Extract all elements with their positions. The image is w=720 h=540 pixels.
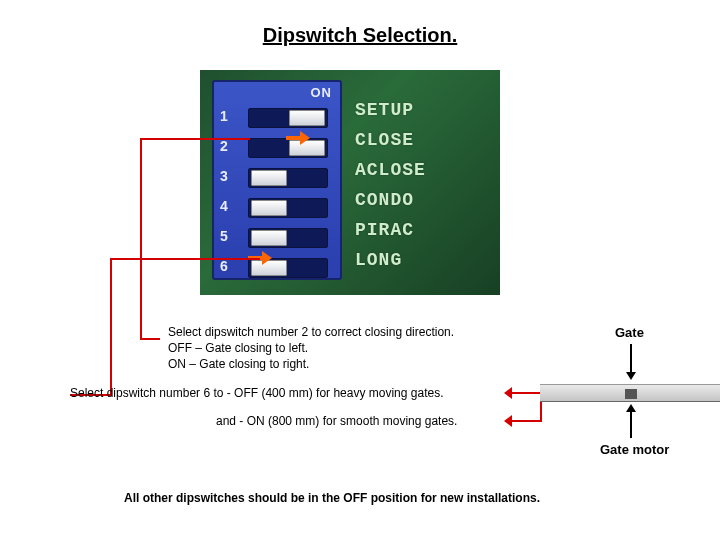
pcb-label-pirac: PIRAC	[355, 220, 414, 240]
desc-switch2-line1: Select dipswitch number 2 to correct clo…	[168, 324, 548, 340]
dip-number-3: 3	[220, 168, 228, 184]
footer-note: All other dipswitches should be in the O…	[124, 490, 644, 506]
arrowhead-icon	[504, 387, 512, 399]
dip-number-4: 4	[220, 198, 228, 214]
gate-motor-block	[625, 389, 637, 399]
callout-line	[140, 138, 250, 140]
callout-line	[110, 258, 260, 260]
pcb-label-long: LONG	[355, 250, 402, 270]
callout-line	[110, 258, 112, 394]
arrowhead-up-icon	[626, 404, 636, 412]
dip-slider-5	[251, 230, 287, 246]
dipswitch-block: ON 1 2 3 4 5 6	[212, 80, 342, 280]
callout-line	[140, 138, 142, 338]
page-title: Dipswitch Selection.	[0, 24, 720, 47]
dip-slider-1	[289, 110, 325, 126]
dip-on-label: ON	[311, 85, 333, 100]
arrowhead-icon	[504, 415, 512, 427]
dip-slider-3	[251, 170, 287, 186]
pcb-label-condo: CONDO	[355, 190, 414, 210]
dip-slot-5	[248, 228, 328, 248]
callout-line	[510, 420, 542, 422]
gate-label: Gate	[615, 325, 644, 340]
gate-motor-label: Gate motor	[600, 442, 669, 457]
dip-number-5: 5	[220, 228, 228, 244]
dip-number-2: 2	[220, 138, 228, 154]
dip-slot-1	[248, 108, 328, 128]
desc-switch2-line3: ON – Gate closing to right.	[168, 356, 548, 372]
desc-switch2: Select dipswitch number 2 to correct clo…	[168, 324, 548, 373]
pcb-label-close: CLOSE	[355, 130, 414, 150]
arrow-icon	[286, 131, 310, 145]
pcb-image: ON 1 2 3 4 5 6 SETUP CLOSE ACLOSE CONDO …	[200, 70, 500, 295]
pcb-label-setup: SETUP	[355, 100, 414, 120]
pcb-label-aclose: ACLOSE	[355, 160, 426, 180]
dip-slider-4	[251, 200, 287, 216]
desc-switch6-line2: and - ON (800 mm) for smooth moving gate…	[216, 413, 536, 429]
arrowhead-down-icon	[626, 372, 636, 380]
callout-line	[510, 392, 542, 394]
gate-arrow-line	[630, 344, 632, 372]
desc-switch2-line2: OFF – Gate closing to left.	[168, 340, 548, 356]
dip-number-1: 1	[220, 108, 228, 124]
callout-line	[140, 338, 160, 340]
gate-motor-arrow-line	[630, 410, 632, 438]
dip-slot-3	[248, 168, 328, 188]
dip-number-6: 6	[220, 258, 228, 274]
dip-slot-4	[248, 198, 328, 218]
desc-switch6-line1: Select dipswitch number 6 to - OFF (400 …	[70, 385, 500, 401]
